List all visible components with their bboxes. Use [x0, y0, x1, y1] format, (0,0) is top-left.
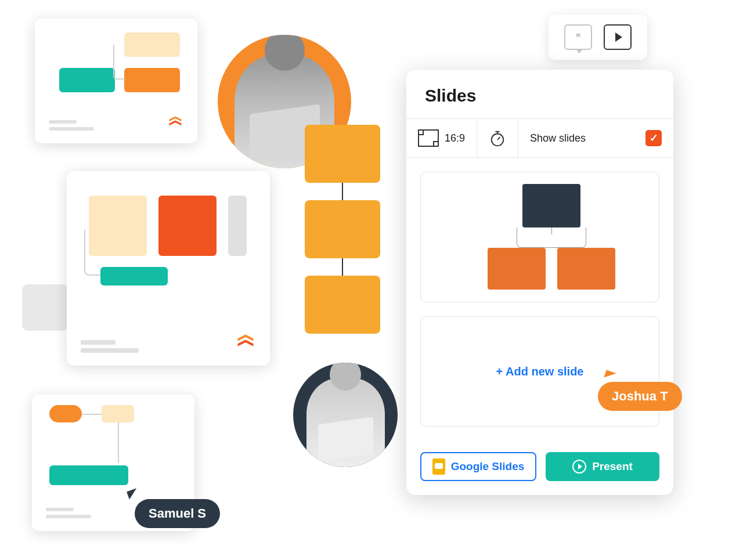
slides-panel: Slides 16:9 Show slides ✓	[406, 70, 673, 495]
collaborator-avatar	[293, 363, 398, 467]
collaborator-name: Joshua T	[612, 389, 668, 404]
stopwatch-icon	[489, 129, 506, 147]
diagram-block	[124, 32, 180, 57]
collaborator-name: Samuel S	[149, 506, 206, 521]
present-icon	[572, 460, 586, 474]
diagram-block	[158, 196, 217, 256]
diagram-block	[557, 248, 615, 290]
timer-button[interactable]	[477, 119, 518, 157]
present-button[interactable]: Present	[546, 452, 659, 481]
present-label: Present	[592, 460, 633, 473]
canvas-connector	[342, 258, 343, 276]
brand-logo-icon	[167, 114, 183, 131]
slide-thumbnail-2[interactable]	[67, 171, 270, 366]
slide-preview[interactable]	[420, 172, 659, 302]
side-tab	[22, 284, 68, 331]
brand-logo-icon	[235, 332, 256, 353]
canvas-connector	[342, 183, 343, 200]
diagram-block	[49, 465, 128, 485]
collaborator-cursor-tag: Joshua T	[598, 382, 682, 411]
canvas-node[interactable]	[305, 276, 380, 334]
collaborator-cursor-tag: Samuel S	[135, 499, 220, 528]
slide-thumbnail-1[interactable]	[35, 19, 197, 143]
svg-line-3	[497, 137, 500, 140]
google-slides-icon	[432, 458, 445, 475]
diagram-connector	[82, 414, 102, 415]
play-icon	[615, 32, 622, 42]
quote-icon: ❞	[576, 32, 581, 43]
aspect-ratio-selector[interactable]: 16:9	[406, 119, 477, 157]
mode-toolbar: ❞	[549, 15, 647, 60]
present-mode-button[interactable]	[604, 24, 632, 50]
diagram-connector	[517, 227, 586, 248]
diagram-block	[100, 267, 168, 286]
show-slides-toggle[interactable]: Show slides ✓	[518, 119, 673, 157]
diagram-block	[228, 196, 247, 256]
slides-toolbar: 16:9 Show slides ✓	[406, 118, 673, 158]
canvas-node[interactable]	[305, 125, 380, 183]
svg-point-0	[492, 134, 504, 146]
google-slides-button[interactable]: Google Slides	[420, 452, 536, 481]
google-slides-label: Google Slides	[451, 460, 525, 473]
add-slide-label: + Add new slide	[496, 365, 584, 378]
checkbox-checked-icon: ✓	[645, 130, 662, 146]
aspect-ratio-label: 16:9	[445, 132, 465, 144]
panel-footer: Google Slides Present	[406, 440, 673, 495]
show-slides-label: Show slides	[530, 132, 586, 144]
diagram-block	[124, 68, 180, 92]
diagram-block	[49, 405, 82, 422]
diagram-connector	[118, 422, 119, 463]
comment-mode-button[interactable]: ❞	[564, 24, 592, 50]
panel-title: Slides	[406, 70, 673, 118]
diagram-block	[89, 196, 147, 256]
diagram-connector	[113, 45, 125, 80]
thumb-footer	[49, 114, 183, 131]
canvas-node[interactable]	[305, 200, 380, 258]
diagram-block	[522, 184, 580, 227]
diagram-block	[488, 248, 546, 290]
thumb-footer	[81, 332, 256, 353]
diagram-block	[59, 68, 115, 92]
aspect-ratio-icon	[418, 129, 439, 147]
diagram-block	[102, 405, 134, 422]
